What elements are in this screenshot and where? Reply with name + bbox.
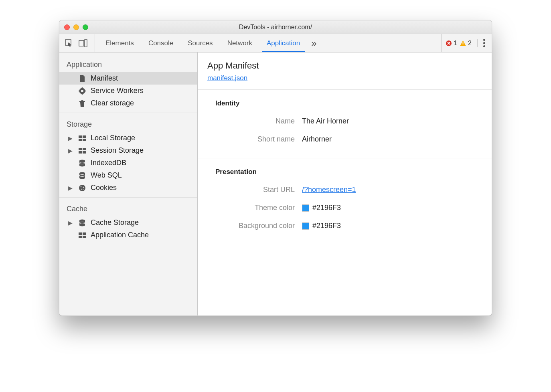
sidebar-item-application-cache[interactable]: Application Cache xyxy=(59,229,197,241)
svg-rect-20 xyxy=(79,151,82,154)
svg-rect-16 xyxy=(79,139,82,141)
trash-icon xyxy=(78,100,87,107)
svg-rect-15 xyxy=(83,135,86,138)
device-toggle-icon[interactable] xyxy=(79,39,87,47)
tab-application[interactable]: Application xyxy=(259,34,307,52)
row-label: Start URL xyxy=(198,186,302,194)
row-name: Name The Air Horner xyxy=(198,112,492,130)
more-tabs-button[interactable]: » xyxy=(307,34,320,52)
section-heading: Identity xyxy=(198,99,492,112)
row-label: Background color xyxy=(198,222,302,230)
sidebar-item-label: Manifest xyxy=(91,74,118,83)
gear-icon xyxy=(78,87,87,95)
tab-console[interactable]: Console xyxy=(141,34,180,52)
svg-rect-11 xyxy=(85,90,86,91)
warnings-count: 2 xyxy=(468,40,472,47)
document-icon xyxy=(78,75,87,82)
row-value: The Air Horner xyxy=(302,117,349,125)
errors-badge[interactable]: 1 xyxy=(446,40,457,47)
svg-rect-36 xyxy=(83,236,86,238)
row-short-name: Short name Airhorner xyxy=(198,130,492,148)
svg-rect-34 xyxy=(83,232,86,235)
svg-rect-2 xyxy=(85,40,87,47)
tab-elements[interactable]: Elements xyxy=(98,34,141,52)
chevron-right-icon: ▶ xyxy=(68,135,73,141)
svg-point-26 xyxy=(79,185,85,191)
sidebar-item-label: Web SQL xyxy=(91,171,122,180)
inspect-tools xyxy=(65,34,95,52)
manifest-link[interactable]: manifest.json xyxy=(207,74,247,82)
sidebar-item-label: Application Cache xyxy=(91,231,149,239)
divider xyxy=(59,113,197,113)
titlebar: DevTools - airhorner.com/ xyxy=(59,20,492,34)
sidebar: Application Manifest Service Workers Cle… xyxy=(59,53,198,315)
select-element-icon[interactable] xyxy=(65,39,73,47)
row-label: Name xyxy=(198,117,302,125)
svg-rect-21 xyxy=(83,151,86,154)
row-start-url: Start URL /?homescreen=1 xyxy=(198,181,492,199)
svg-point-7 xyxy=(81,90,83,92)
svg-rect-19 xyxy=(83,148,86,150)
table-icon xyxy=(78,135,87,141)
settings-menu-button[interactable] xyxy=(477,39,488,47)
database-icon xyxy=(78,160,87,167)
svg-rect-10 xyxy=(79,90,80,91)
sidebar-item-cache-storage[interactable]: ▶ Cache Storage xyxy=(59,216,197,229)
sidebar-item-label: Session Storage xyxy=(91,146,144,155)
sidebar-item-web-sql[interactable]: Web SQL xyxy=(59,169,197,182)
chevron-right-icon: ▶ xyxy=(68,185,73,191)
main-header: App Manifest manifest.json xyxy=(198,53,492,90)
svg-rect-4 xyxy=(463,42,464,44)
divider xyxy=(59,197,197,198)
svg-rect-5 xyxy=(463,44,464,45)
sidebar-item-label: Local Storage xyxy=(91,134,135,142)
sidebar-group-storage: Storage xyxy=(59,116,197,132)
warning-icon xyxy=(460,40,466,46)
sidebar-item-label: IndexedDB xyxy=(91,159,126,167)
svg-point-29 xyxy=(81,188,83,190)
sidebar-group-cache: Cache xyxy=(59,201,197,216)
database-icon xyxy=(78,172,87,179)
tab-sources[interactable]: Sources xyxy=(180,34,220,52)
warnings-badge[interactable]: 2 xyxy=(460,40,472,47)
svg-rect-18 xyxy=(79,148,82,150)
sidebar-item-session-storage[interactable]: ▶ Session Storage xyxy=(59,144,197,157)
row-theme-color: Theme color #2196F3 xyxy=(198,199,492,217)
panel-tabs: Elements Console Sources Network Applica… xyxy=(98,34,438,52)
svg-rect-33 xyxy=(79,232,82,235)
table-icon xyxy=(78,148,87,154)
sidebar-item-service-workers[interactable]: Service Workers xyxy=(59,85,197,97)
start-url-link[interactable]: /?homescreen=1 xyxy=(302,186,356,194)
color-value: #2196F3 xyxy=(312,222,341,230)
table-icon xyxy=(78,232,87,238)
sidebar-item-cookies[interactable]: ▶ Cookies xyxy=(59,182,197,194)
sidebar-item-label: Service Workers xyxy=(91,87,144,95)
errors-count: 1 xyxy=(454,40,457,47)
page-title: App Manifest xyxy=(207,61,482,71)
row-label: Theme color xyxy=(198,204,302,212)
svg-rect-9 xyxy=(82,93,83,95)
sidebar-item-manifest[interactable]: Manifest xyxy=(59,72,197,85)
sidebar-item-indexeddb[interactable]: IndexedDB xyxy=(59,157,197,169)
svg-point-28 xyxy=(83,186,84,188)
row-value: Airhorner xyxy=(302,135,332,143)
status-area: 1 2 xyxy=(441,34,488,52)
sidebar-item-local-storage[interactable]: ▶ Local Storage xyxy=(59,132,197,144)
sidebar-item-clear-storage[interactable]: Clear storage xyxy=(59,97,197,109)
section-identity: Identity Name The Air Horner Short name … xyxy=(198,90,492,158)
tab-network[interactable]: Network xyxy=(220,34,259,52)
color-swatch xyxy=(302,222,309,230)
window: DevTools - airhorner.com/ Elements Conso… xyxy=(59,20,492,316)
svg-rect-14 xyxy=(79,135,82,138)
color-swatch xyxy=(302,204,309,212)
sidebar-item-label: Cookies xyxy=(91,184,117,192)
row-value: /?homescreen=1 xyxy=(302,186,356,194)
chevron-right-icon: ▶ xyxy=(68,148,73,154)
color-value: #2196F3 xyxy=(312,204,341,212)
svg-rect-13 xyxy=(81,100,83,101)
sidebar-group-application: Application xyxy=(59,57,197,72)
sidebar-item-label: Cache Storage xyxy=(91,218,139,227)
svg-rect-12 xyxy=(79,101,85,102)
svg-rect-8 xyxy=(82,87,83,89)
toolbar: Elements Console Sources Network Applica… xyxy=(59,34,492,53)
